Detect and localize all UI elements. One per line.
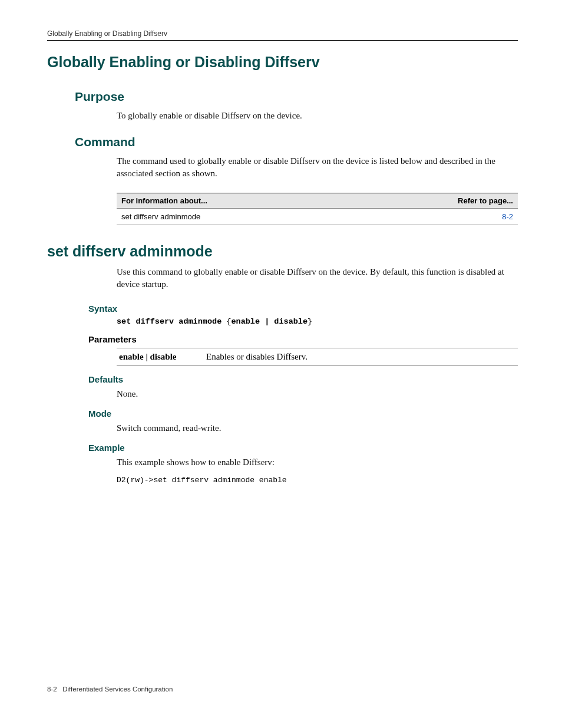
param-key: enable | disable [117, 348, 206, 366]
ref-table-header-page: Refer to page... [356, 193, 518, 209]
mode-text: Switch command, read-write. [117, 422, 518, 434]
parameters-heading: Parameters [88, 334, 518, 344]
example-code: D2(rw)->set diffserv adminmode enable [117, 476, 518, 485]
mode-heading: Mode [88, 409, 518, 419]
purpose-text: To globally enable or disable Diffserv o… [117, 110, 518, 122]
defaults-heading: Defaults [88, 374, 518, 384]
page-content: Globally Enabling or Disabling Diffserv … [47, 29, 518, 699]
section-title: Globally Enabling or Disabling Diffserv [47, 54, 518, 71]
syntax-heading: Syntax [88, 304, 518, 314]
command-title: set diffserv adminmode [47, 243, 518, 260]
syntax-options: enable | disable [231, 317, 308, 326]
page-footer: 8-2 Differentiated Services Configuratio… [47, 686, 173, 693]
ref-table-cell-cmd: set diffserv adminmode [117, 209, 356, 225]
reference-table: For information about... Refer to page..… [117, 193, 518, 225]
footer-page-number: 8-2 [47, 686, 57, 693]
running-header: Globally Enabling or Disabling Diffserv [47, 29, 518, 41]
example-intro: This example shows how to enable Diffser… [117, 456, 518, 469]
parameters-table: enable | disable Enables or disables Dif… [117, 348, 518, 366]
table-row: set diffserv adminmode 8-2 [117, 209, 518, 225]
syntax-line: set diffserv adminmode {enable | disable… [117, 317, 518, 326]
page-reference-link[interactable]: 8-2 [502, 212, 513, 221]
ref-table-header-info: For information about... [117, 193, 356, 209]
defaults-text: None. [117, 388, 518, 400]
param-desc: Enables or disables Diffserv. [206, 348, 518, 366]
syntax-command: set diffserv adminmode [117, 317, 222, 326]
command-text: The command used to globally enable or d… [117, 155, 518, 180]
footer-chapter: Differentiated Services Configuration [62, 686, 173, 693]
example-heading: Example [88, 443, 518, 453]
command-heading: Command [75, 135, 518, 149]
table-row: enable | disable Enables or disables Dif… [117, 348, 518, 366]
command-intro: Use this command to globally enable or d… [117, 266, 518, 291]
purpose-heading: Purpose [75, 90, 518, 104]
